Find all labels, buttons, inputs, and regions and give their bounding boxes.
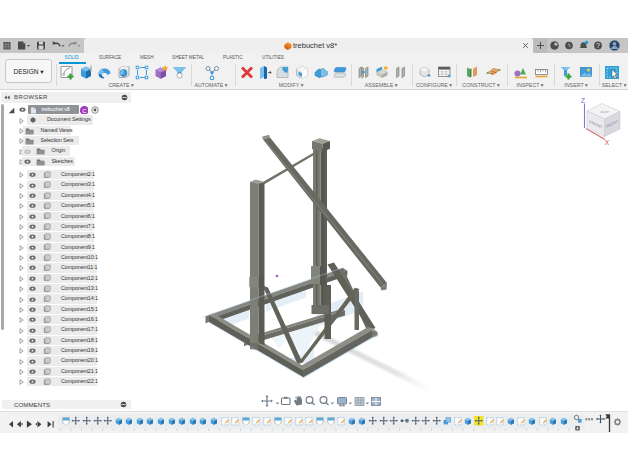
svg-text:Z: Z: [581, 97, 585, 104]
svg-text:X: X: [605, 139, 610, 146]
